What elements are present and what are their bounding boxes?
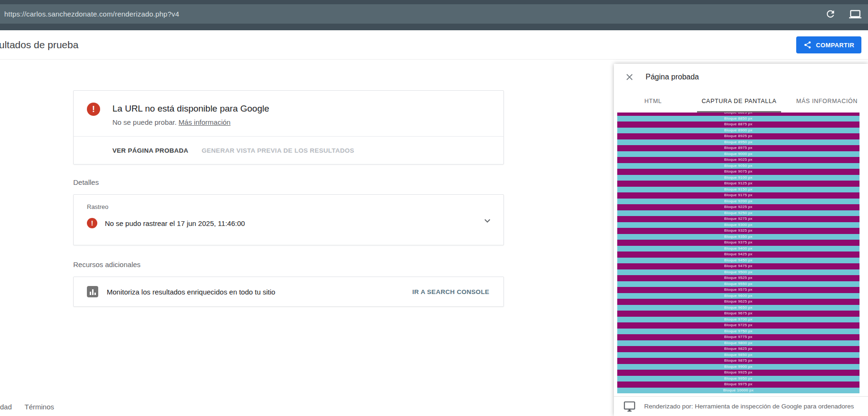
screenshot-stripe: Bloque 9400 px xyxy=(617,246,859,252)
panel-title: Página probada xyxy=(646,73,699,81)
screenshot-stripe: Bloque 9500 px xyxy=(617,269,859,276)
panel-tabs: HTML CAPTURA DE PANTALLA MÁS INFORMACIÓN xyxy=(614,90,868,113)
screenshot-stripe: Bloque 9525 px xyxy=(617,275,859,281)
screenshot-stripe: Bloque 9700 px xyxy=(617,317,859,323)
tab-html[interactable]: HTML xyxy=(614,90,692,113)
screenshot-stripe: Bloque 10000 px xyxy=(617,388,859,394)
screenshot-stripe: Bloque 9375 px xyxy=(617,240,859,246)
tested-page-panel: Página probada HTML CAPTURA DE PANTALLA … xyxy=(614,64,868,416)
status-subtitle: No se puede probar. Más información xyxy=(112,118,269,126)
screenshot-stripe: Bloque 9825 px xyxy=(617,346,859,352)
share-button-label: COMPARTIR xyxy=(816,42,854,49)
screenshot-stripe: Bloque 9450 px xyxy=(617,258,859,264)
screenshot-stripe: Bloque 9550 px xyxy=(617,281,859,287)
status-subtitle-text: No se puede probar. xyxy=(112,118,179,126)
terms-link[interactable]: Términos xyxy=(25,403,54,411)
screenshot-stripe: Bloque 9025 px xyxy=(617,157,859,163)
close-button[interactable] xyxy=(623,71,636,83)
error-icon: ! xyxy=(87,103,100,116)
laptop-icon[interactable] xyxy=(849,8,861,20)
privacy-link[interactable]: dad xyxy=(0,403,12,411)
screenshot-stripe: Bloque 9225 px xyxy=(617,204,859,210)
screenshot-stripe: Bloque 9075 px xyxy=(617,169,859,175)
footer-links: dad Términos xyxy=(0,403,54,411)
panel-header: Página probada xyxy=(614,64,868,90)
view-tested-page-button[interactable]: VER PÁGINA PROBADA xyxy=(112,147,188,154)
details-section-label: Detalles xyxy=(73,178,99,186)
crawl-card-label: Rastreo xyxy=(87,203,503,210)
screenshot-stripe: Bloque 8975 px xyxy=(617,145,859,151)
screenshot-stripe: Bloque 9425 px xyxy=(617,251,859,258)
tab-mas-informacion[interactable]: MÁS INFORMACIÓN xyxy=(786,90,868,113)
status-title: La URL no está disponible para Google xyxy=(112,103,269,114)
status-card-actions: VER PÁGINA PROBADA GENERAR VISTA PREVIA … xyxy=(74,136,503,164)
screenshot-stripe: Bloque 8925 px xyxy=(617,133,859,139)
browser-bar-top-strip xyxy=(0,0,868,4)
refresh-icon[interactable] xyxy=(825,9,836,19)
browser-bar-url-row: https://carlos.sanchezdonate.com/renderi… xyxy=(0,4,868,24)
go-to-search-console-link[interactable]: IR A SEARCH CONSOLE xyxy=(412,288,489,295)
screenshot-stripe: Bloque 9250 px xyxy=(617,210,859,217)
screenshot-stripe: Bloque 9100 px xyxy=(617,175,859,181)
rendered-by-text: Renderizado por: Herramienta de inspecci… xyxy=(644,403,854,410)
more-info-link[interactable]: Más información xyxy=(179,118,230,126)
share-button[interactable]: COMPARTIR xyxy=(796,36,861,53)
page-header: ultados de prueba COMPARTIR xyxy=(0,30,868,60)
chevron-down-icon[interactable] xyxy=(482,215,493,226)
browser-bar-bottom-strip xyxy=(0,24,868,30)
url-text: https://carlos.sanchezdonate.com/renderi… xyxy=(4,10,179,18)
screenshot-stripe: Bloque 9800 px xyxy=(617,340,859,347)
screenshot-stripe: Bloque 9850 px xyxy=(617,352,859,358)
bar-chart-icon xyxy=(87,286,98,297)
screenshot-stripe: Bloque 9775 px xyxy=(617,334,859,340)
screenshot-stripe: Bloque 9000 px xyxy=(617,151,859,157)
status-card: ! La URL no está disponible para Google … xyxy=(73,90,504,165)
screenshot-stripe: Bloque 9125 px xyxy=(617,181,859,187)
screenshot-stripe: Bloque 9300 px xyxy=(617,222,859,228)
close-icon xyxy=(624,72,635,82)
screenshot-stripe: Bloque 9475 px xyxy=(617,263,859,269)
screenshot-stripe: Bloque 9925 px xyxy=(617,370,859,376)
screenshot-stripe: Bloque 9725 px xyxy=(617,322,859,329)
screenshot-stripe: Bloque 9150 px xyxy=(617,187,859,193)
screenshot-stripe: Bloque 9350 px xyxy=(617,234,859,240)
screenshot-stripes[interactable]: Bloque 8825 pxBloque 8850 pxBloque 8875 … xyxy=(617,113,859,393)
screenshot-stripe: Bloque 9900 px xyxy=(617,364,859,370)
generate-preview-button: GENERAR VISTA PREVIA DE LOS RESULTADOS xyxy=(202,147,354,154)
resources-card: Monitoriza los resultados enriquecidos e… xyxy=(73,277,504,307)
resources-text: Monitoriza los resultados enriquecidos e… xyxy=(107,288,275,296)
screenshot-stripe: Bloque 9975 px xyxy=(617,381,859,388)
screenshot-stripe: Bloque 9325 px xyxy=(617,228,859,234)
screenshot-stripe: Bloque 9675 px xyxy=(617,311,859,317)
panel-footer: Renderizado por: Herramienta de inspecci… xyxy=(614,396,868,416)
screenshot-stripe: Bloque 8875 px xyxy=(617,121,859,128)
details-card: Rastreo ! No se pudo rastrear el 17 jun … xyxy=(73,194,504,245)
screenshot-stripe: Bloque 9875 px xyxy=(617,358,859,364)
page-title: ultados de prueba xyxy=(0,39,78,51)
screenshot-stripe: Bloque 9575 px xyxy=(617,287,859,293)
screenshot-stripe: Bloque 9050 px xyxy=(617,163,859,169)
screenshot-stripe: Bloque 9175 px xyxy=(617,192,859,199)
share-icon xyxy=(803,41,812,49)
screenshot-stripe: Bloque 9625 px xyxy=(617,299,859,305)
monitor-icon xyxy=(623,400,636,413)
crawl-status-text: No se pudo rastrear el 17 jun 2025, 11:4… xyxy=(105,219,245,227)
screenshot-stripe: Bloque 9600 px xyxy=(617,293,859,299)
screenshot-stripe: Bloque 9650 px xyxy=(617,305,859,311)
tab-captura-de-pantalla[interactable]: CAPTURA DE PANTALLA xyxy=(692,90,786,113)
screenshot-stripe: Bloque 8950 px xyxy=(617,139,859,146)
screenshot-stripe: Bloque 9750 px xyxy=(617,329,859,335)
resources-section-label: Recursos adicionales xyxy=(73,260,141,269)
screenshot-stripe: Bloque 9950 px xyxy=(617,376,859,382)
screenshot-stripe: Bloque 9200 px xyxy=(617,199,859,205)
screenshot-stripe: Bloque 8850 px xyxy=(617,116,859,122)
crawl-error-icon: ! xyxy=(87,218,97,228)
browser-bar: https://carlos.sanchezdonate.com/renderi… xyxy=(0,0,868,30)
screenshot-stripe: Bloque 9275 px xyxy=(617,216,859,222)
crawl-status-row[interactable]: ! No se pudo rastrear el 17 jun 2025, 11… xyxy=(87,218,503,228)
screenshot-stripe: Bloque 8900 px xyxy=(617,128,859,134)
